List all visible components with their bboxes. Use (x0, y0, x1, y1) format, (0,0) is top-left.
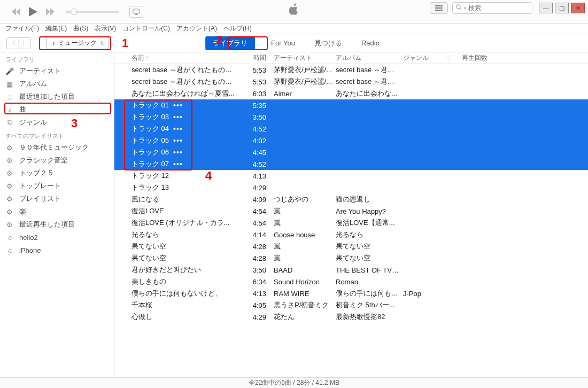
song-album: THE BEST OF TV A... (332, 266, 400, 274)
maximize-button[interactable]: ▢ (555, 3, 569, 13)
sidebar-item[interactable]: ⧉ジャンル (0, 116, 114, 129)
song-album: 果てない空 (332, 242, 400, 251)
song-row[interactable]: 復活LOVE4:54嵐Are You Happy? (114, 205, 588, 217)
more-icon[interactable]: ••• (173, 136, 183, 145)
song-row[interactable]: 心做し4:29花たん最新热歌慢摇82 (114, 311, 588, 323)
song-row[interactable]: トラック 07•••4:52 (114, 158, 588, 170)
menu-item[interactable]: コントロール(C) (122, 24, 170, 33)
sidebar-item[interactable]: ♪曲 (0, 103, 114, 116)
next-button[interactable] (43, 4, 58, 19)
sidebar-item[interactable]: ▦アルバム (0, 77, 114, 90)
sidebar-playlist-item[interactable]: ⚙トップレート (0, 180, 114, 192)
menu-item[interactable]: ファイル(F) (5, 24, 39, 33)
sidebar-icon: ⚙ (5, 182, 14, 190)
song-name: 僕らの手には何もないけど、 (131, 289, 222, 297)
song-name: 千本桜 (131, 301, 152, 309)
sidebar-playlist-item[interactable]: ♫iPhone (0, 244, 114, 257)
menu-item[interactable]: アカウント(A) (176, 24, 217, 33)
song-row[interactable]: 千本桜4:05黒うさP/初音ミク初音ミク 5thバー... (114, 299, 588, 311)
sidebar-playlists-label: すべてのプレイリスト (0, 129, 114, 141)
sidebar-playlist-item[interactable]: ⚙９０年代ミュージック (0, 141, 114, 154)
col-plays[interactable]: 再生回数 (459, 53, 584, 63)
more-icon[interactable]: ••• (173, 101, 183, 110)
more-icon[interactable]: ••• (173, 148, 183, 157)
song-name: トラック 06 (131, 148, 169, 157)
song-time: 4:52 (235, 125, 270, 133)
search-input[interactable] (468, 4, 548, 12)
sidebar-playlist-item[interactable]: ⚙楽 (0, 205, 114, 218)
tab-browse[interactable]: 見つける (311, 37, 345, 49)
col-album[interactable]: アルバム (332, 53, 400, 63)
play-button[interactable] (26, 4, 41, 19)
prev-button[interactable] (9, 4, 24, 19)
song-row[interactable]: 果てない空4:28嵐果てない空 (114, 252, 588, 264)
song-row[interactable]: あなたに出会わなければ～夏雪...6:03Aimerあなたに出会わな... (114, 88, 588, 99)
song-artist: 花たん (270, 312, 332, 322)
song-time: 4:13 (235, 172, 270, 180)
song-name: 復活LOVE (131, 207, 164, 215)
sidebar-playlist-item[interactable]: ⚙クラシック音楽 (0, 154, 114, 167)
song-artist: 嵐 (270, 218, 332, 228)
nav-forward[interactable]: 〉 (19, 38, 30, 49)
col-genre[interactable]: ジャンル (400, 53, 443, 63)
menu-item[interactable]: 編集(E) (45, 24, 67, 33)
song-row[interactable]: トラック 06•••4:45 (114, 146, 588, 158)
song-row[interactable]: トラック 05•••4:02 (114, 135, 588, 146)
song-row[interactable]: トラック 134:29 (114, 182, 588, 193)
list-view-button[interactable] (430, 2, 448, 14)
song-row[interactable]: secret base ～君がくれたもの～ (...5:53茅野愛衣/戸松遥/.… (114, 64, 588, 76)
close-button[interactable]: ✕ (571, 3, 585, 13)
more-icon[interactable]: ••• (173, 113, 183, 121)
sidebar-item-label: トップ２５ (19, 168, 54, 178)
col-name[interactable]: 名前⌃ (128, 53, 235, 63)
song-row[interactable]: secret base ～君がくれたもの～ (...5:53茅野愛衣/戸松遥/.… (114, 76, 588, 88)
dropdown-caret-icon: ▾ (464, 6, 466, 11)
song-name: secret base ～君がくれたもの～ (... (131, 77, 235, 86)
menu-item[interactable]: 表示(V) (95, 24, 116, 33)
tab-library[interactable]: ライブラリ (205, 36, 255, 50)
song-row[interactable]: 君が好きだと叫びたい3:50BAADTHE BEST OF TV A... (114, 264, 588, 276)
song-row[interactable]: 僕らの手には何もないけど、4:13RAM WIRE僕らの手には何も...J-Po… (114, 288, 588, 299)
more-icon[interactable]: ••• (173, 125, 183, 133)
airplay-button[interactable] (129, 6, 143, 18)
col-time[interactable]: 時間 (235, 53, 270, 63)
apple-logo (289, 3, 299, 18)
menu-item[interactable]: 曲(S) (73, 24, 88, 33)
sidebar-playlist-item[interactable]: ♫hello2 (0, 231, 114, 244)
menu-item[interactable]: ヘルプ(H) (223, 24, 252, 33)
tab-for-you[interactable]: For You (268, 38, 298, 48)
media-type-selector[interactable]: ♪ ミュージック ⇅ (46, 37, 109, 49)
sidebar-playlist-item[interactable]: ⚙最近再生した項目 (0, 218, 114, 231)
sidebar-item-label: hello2 (19, 234, 38, 242)
song-row[interactable]: トラック 01•••5:35 (114, 99, 588, 111)
song-artist: Aimer (270, 90, 332, 98)
song-artist: 茅野愛衣/戸松遥/... (270, 77, 332, 87)
col-loved[interactable]: ♡ (443, 55, 459, 62)
more-icon[interactable]: ••• (173, 160, 183, 168)
song-row[interactable]: 復活LOVE (オリジナル・カラ...4:54嵐復活LOVE【通常... (114, 217, 588, 229)
volume-thumb[interactable] (71, 9, 77, 15)
sidebar-item[interactable]: 🎤アーティスト (0, 65, 114, 77)
song-time: 6:34 (235, 278, 270, 286)
song-row[interactable]: トラック 03•••3:50 (114, 111, 588, 123)
song-album: あなたに出会わな... (332, 89, 400, 98)
search-box[interactable]: ▾ (452, 2, 532, 14)
minimize-button[interactable]: — (539, 3, 553, 13)
song-row[interactable]: 光るなら4:14Goose house光るなら (114, 229, 588, 240)
song-row[interactable]: 風になる4:09つじあやの猫の恩返し (114, 193, 588, 205)
song-row[interactable]: トラック 124:13 (114, 170, 588, 182)
song-time: 4:28 (235, 254, 270, 262)
song-row[interactable]: 美しきもの6:34Sound HorizonRoman (114, 276, 588, 288)
col-artist[interactable]: アーティスト (270, 53, 332, 63)
song-row[interactable]: トラック 04•••4:52 (114, 123, 588, 135)
song-time: 4:29 (235, 184, 270, 192)
sidebar-playlist-item[interactable]: ⚙プレイリスト (0, 192, 114, 205)
tab-radio[interactable]: Radio (358, 38, 383, 48)
song-row[interactable]: 果てない空4:28嵐果てない空 (114, 240, 588, 252)
sidebar-item[interactable]: ≣最近追加した項目 (0, 90, 114, 103)
volume-slider[interactable] (65, 11, 119, 13)
nav-back[interactable]: 〈 (7, 38, 19, 49)
sidebar-playlist-item[interactable]: ⚙トップ２５ (0, 167, 114, 180)
status-text: 全22曲中の6曲 / 28分 / 41.2 MB (249, 378, 339, 387)
music-note-icon: ♪ (52, 40, 55, 47)
